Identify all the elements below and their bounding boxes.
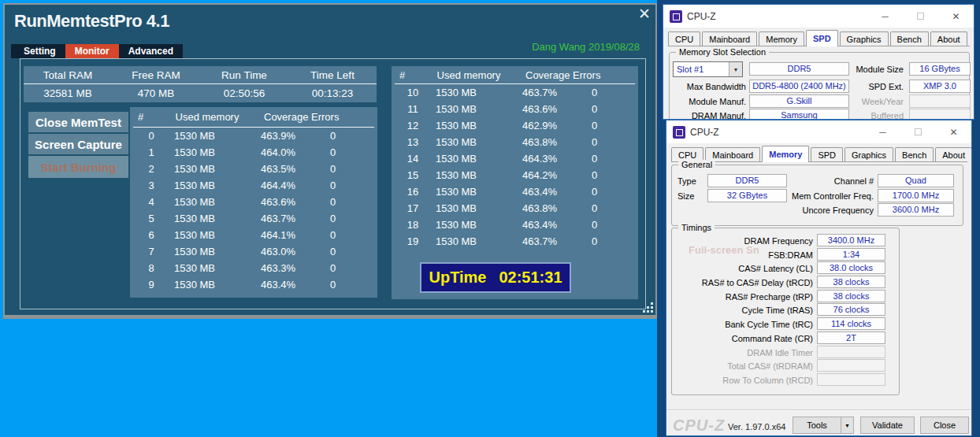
group-title: Timings: [678, 223, 715, 232]
cpuz-tab[interactable]: Graphics: [845, 147, 893, 161]
group-title: Memory Slot Selection: [676, 47, 769, 57]
process-index: 14: [395, 153, 431, 165]
process-table-header: #Used memoryCoverageErrors: [395, 66, 635, 84]
cpuz-tab[interactable]: About: [935, 147, 972, 161]
table-row: 19 1530 MB 463.7% 0: [395, 233, 635, 250]
field-label: Mem Controller Freq.: [777, 191, 874, 201]
process-index: 15: [395, 169, 431, 181]
table-row: 14 1530 MB 464.3% 0: [395, 150, 635, 167]
cpuz-tab[interactable]: Memory: [759, 31, 804, 46]
memory-slot-select[interactable]: Slot #1 ▼: [673, 61, 743, 77]
memtest-button[interactable]: Screen Capture: [28, 134, 128, 154]
process-index: 9: [133, 279, 169, 291]
table-row: 17 1530 MB 463.8% 0: [395, 200, 635, 217]
timing-row: Command Rate (CR) 2T: [676, 331, 885, 346]
used-memory: 1530 MB: [169, 163, 245, 175]
errors: 0: [573, 186, 635, 198]
timing-row: CAS# Latency (CL) 38.0 clocks: [676, 261, 885, 276]
field-label: Type: [677, 176, 696, 186]
field-label: Buffered: [851, 111, 904, 120]
cpuz-tab[interactable]: Mainboard: [702, 31, 757, 46]
coverage: 464.0%: [245, 146, 311, 158]
process-header-cell: Errors: [311, 111, 374, 123]
coverage: 463.7%: [245, 213, 311, 224]
coverage: 463.6%: [507, 103, 573, 115]
summary-header-cell: Time Left: [288, 69, 377, 81]
process-index: 6: [133, 229, 169, 241]
maximize-icon[interactable]: [903, 5, 938, 28]
caption-buttons: ─ ✕: [867, 5, 974, 28]
cpuz-tab[interactable]: SPD: [811, 147, 843, 161]
summary-value-cell: 470 MB: [112, 87, 200, 99]
version-text: Ver. 1.97.0.x64: [728, 422, 785, 431]
summary-value-row: 32581 MB470 MB02:50:5600:13:23: [24, 84, 377, 102]
table-row: 13 1530 MB 463.8% 0: [395, 134, 635, 150]
timing-label: Command Rate (CR): [732, 334, 813, 343]
memtest-button[interactable]: Close MemTest: [28, 112, 128, 132]
chevron-down-icon[interactable]: ▼: [729, 62, 742, 76]
used-memory: 1530 MB: [431, 202, 507, 214]
timing-label: DRAM Frequency: [744, 236, 813, 246]
module-manuf-field: G.Skill: [749, 94, 849, 108]
slot-type-field: DDR5: [749, 62, 849, 76]
used-memory: 1530 MB: [169, 246, 245, 257]
maximize-icon[interactable]: [900, 120, 936, 143]
tools-button[interactable]: Tools ▼: [793, 417, 854, 434]
close-button[interactable]: Close: [920, 417, 969, 434]
resize-grip[interactable]: [651, 310, 653, 313]
summary-table: Total RAMFree RAMRun TimeTime Left 32581…: [24, 66, 377, 102]
cpuz-tab[interactable]: Memory: [762, 146, 809, 162]
process-index: 3: [133, 180, 169, 191]
close-icon[interactable]: ✕: [938, 5, 974, 28]
used-memory: 1530 MB: [431, 87, 507, 98]
cpuz-app-icon: [670, 10, 682, 23]
memtest-tab[interactable]: Setting: [14, 44, 65, 58]
timing-value-field: 3400.0 MHz: [817, 234, 885, 246]
memtest-button-column: Close MemTestScreen CaptureStart Burning: [28, 112, 128, 178]
process-table-body: 0 1530 MB 463.9% 0 1 1530 MB 464.0% 0 2 …: [130, 128, 377, 293]
cpuz-tab[interactable]: About: [930, 31, 967, 46]
table-row: 10 1530 MB 463.7% 0: [395, 84, 635, 101]
minimize-icon[interactable]: ─: [865, 120, 900, 143]
validate-button[interactable]: Validate: [860, 417, 915, 434]
process-header-cell: Errors: [573, 69, 635, 81]
table-row: 1 1530 MB 464.0% 0: [133, 144, 374, 161]
minimize-icon[interactable]: ─: [867, 5, 903, 28]
coverage: 463.0%: [245, 246, 311, 257]
module-size-field: 16 GBytes: [909, 62, 971, 76]
tools-button-label: Tools: [793, 420, 841, 430]
timing-row: RAS# Precharge (tRP) 38 clocks: [676, 290, 885, 304]
uptime-label: UpTime: [429, 268, 486, 287]
chevron-down-icon[interactable]: ▼: [841, 417, 853, 433]
process-header-cell: #: [395, 69, 431, 81]
close-icon[interactable]: ✕: [936, 120, 971, 143]
cpuz-tab[interactable]: SPD: [806, 30, 838, 46]
timing-label: RAS# Precharge (tRP): [726, 292, 813, 302]
used-memory: 1530 MB: [169, 196, 245, 208]
process-table-header: #Used memoryCoverageErrors: [133, 107, 374, 128]
cpuz-tab[interactable]: Bench: [890, 31, 929, 46]
used-memory: 1530 MB: [431, 103, 507, 115]
table-row: 4 1530 MB 463.6% 0: [133, 194, 374, 210]
process-index: 10: [395, 87, 431, 98]
table-row: 11 1530 MB 463.6% 0: [395, 101, 635, 117]
memtest-window-title: RunMemtestPro 4.1: [14, 11, 169, 31]
used-memory: 1530 MB: [431, 169, 507, 181]
memtest-button[interactable]: Start Burning: [28, 156, 128, 178]
process-index: 17: [395, 202, 431, 214]
cpuz-tab[interactable]: Bench: [895, 147, 934, 161]
group-title: General: [678, 160, 715, 169]
close-icon[interactable]: ✕: [638, 5, 651, 24]
timing-row: Bank Cycle Time (tRC) 114 clocks: [676, 317, 885, 331]
cpuz-tab[interactable]: CPU: [668, 31, 700, 46]
errors: 0: [311, 163, 374, 175]
table-row: 9 1530 MB 463.4% 0: [133, 276, 374, 293]
memtest-tab[interactable]: Advanced: [119, 44, 183, 58]
memtest-tab[interactable]: Monitor: [65, 44, 119, 58]
summary-header-cell: Free RAM: [112, 69, 200, 81]
cpuz-tab[interactable]: Graphics: [840, 31, 889, 46]
table-row: 5 1530 MB 463.7% 0: [133, 210, 374, 227]
process-index: 4: [133, 196, 169, 208]
timing-value-field: [817, 346, 885, 358]
table-row: 8 1530 MB 463.3% 0: [133, 260, 374, 276]
